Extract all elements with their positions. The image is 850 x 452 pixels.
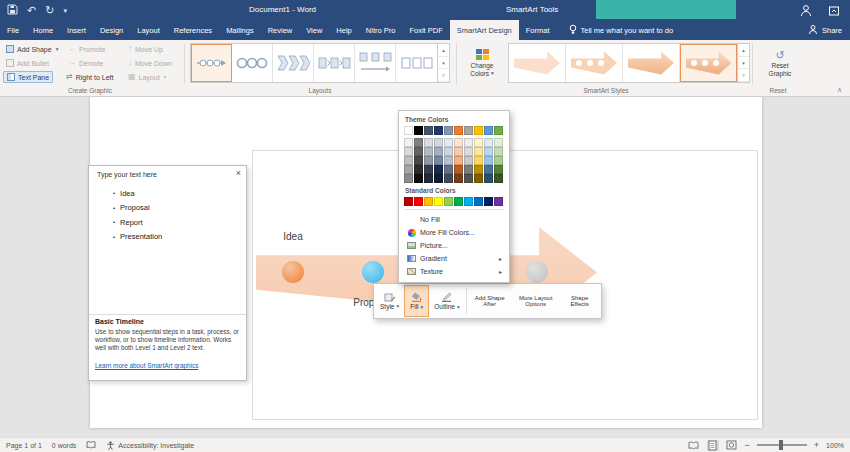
timeline-circle-proposal[interactable] <box>362 261 384 283</box>
gallery-scroll-up-icon[interactable]: ▴ <box>438 44 449 57</box>
learn-more-link[interactable]: Learn more about SmartArt graphics <box>95 362 198 369</box>
text-pane-item[interactable]: Proposal <box>89 201 246 216</box>
shape-effects-button[interactable]: Shape Effects <box>560 285 600 317</box>
add-shape-after-button[interactable]: Add Shape After <box>468 285 512 317</box>
theme-color-swatch[interactable] <box>404 126 413 135</box>
redo-icon[interactable]: ↻ <box>45 5 54 16</box>
standard-color-swatch[interactable] <box>404 197 413 206</box>
theme-color-variant-swatch[interactable] <box>444 165 453 174</box>
layout-thumbnail-arrow-process[interactable] <box>355 44 396 82</box>
gallery-scroll-down-icon[interactable]: ▾ <box>738 57 749 70</box>
close-icon[interactable]: × <box>236 168 241 178</box>
style-thumbnail-white-outline[interactable] <box>566 44 623 82</box>
theme-color-variant-swatch[interactable] <box>454 156 463 165</box>
tab-help[interactable]: Help <box>329 20 358 40</box>
tab-view[interactable]: View <box>299 20 329 40</box>
theme-color-variant-swatch[interactable] <box>474 138 483 147</box>
theme-color-variant-swatch[interactable] <box>404 138 413 147</box>
theme-color-variant-swatch[interactable] <box>444 138 453 147</box>
style-thumbnail-simple-fill[interactable] <box>509 44 566 82</box>
style-thumbnail-moderate-effect[interactable] <box>680 44 737 82</box>
layout-thumbnail-basic-timeline[interactable] <box>191 44 232 82</box>
theme-color-variant-swatch[interactable] <box>494 174 503 183</box>
change-colors-button[interactable]: Change Colors▾ <box>460 43 504 83</box>
save-icon[interactable] <box>7 4 18 17</box>
right-to-left-button[interactable]: ⇄ Right to Left <box>64 72 115 82</box>
theme-color-variant-swatch[interactable] <box>484 174 493 183</box>
theme-color-variant-swatch[interactable] <box>444 174 453 183</box>
standard-color-swatch[interactable] <box>494 197 503 206</box>
theme-color-variant-swatch[interactable] <box>424 174 433 183</box>
tell-me-box[interactable]: Tell me what you want to do <box>569 20 674 40</box>
layout-thumbnail-chevron-process[interactable] <box>273 44 314 82</box>
theme-color-swatch[interactable] <box>414 126 423 135</box>
theme-color-swatch[interactable] <box>424 126 433 135</box>
theme-color-variant-swatch[interactable] <box>454 138 463 147</box>
theme-color-variant-swatch[interactable] <box>494 165 503 174</box>
gallery-more-icon[interactable]: ▿ <box>438 69 449 82</box>
menu-item-picture[interactable]: Picture... <box>404 239 504 252</box>
read-mode-icon[interactable] <box>688 440 700 451</box>
theme-color-variant-swatch[interactable] <box>434 138 443 147</box>
proofing-icon[interactable] <box>86 441 96 449</box>
theme-color-variant-swatch[interactable] <box>424 165 433 174</box>
more-layout-options-button[interactable]: More Layout Options <box>512 285 560 317</box>
theme-color-swatch[interactable] <box>434 126 443 135</box>
standard-color-swatch[interactable] <box>444 197 453 206</box>
tab-format[interactable]: Format <box>519 20 557 40</box>
standard-color-swatch[interactable] <box>464 197 473 206</box>
theme-color-variant-swatch[interactable] <box>484 138 493 147</box>
collapse-ribbon-icon[interactable]: ∧ <box>837 86 842 94</box>
tab-design[interactable]: Design <box>93 20 130 40</box>
text-pane-item[interactable]: Report <box>89 215 246 230</box>
theme-color-variant-swatch[interactable] <box>404 165 413 174</box>
theme-color-variant-swatch[interactable] <box>474 174 483 183</box>
theme-color-variant-swatch[interactable] <box>454 174 463 183</box>
ribbon-display-options-icon[interactable] <box>828 3 840 21</box>
add-shape-button[interactable]: Add Shape ▾ <box>4 44 60 54</box>
theme-color-variant-swatch[interactable] <box>494 156 503 165</box>
theme-color-variant-swatch[interactable] <box>484 156 493 165</box>
theme-color-variant-swatch[interactable] <box>464 147 473 156</box>
theme-color-variant-swatch[interactable] <box>464 138 473 147</box>
layout-thumbnail-circle-process[interactable] <box>232 44 273 82</box>
theme-color-variant-swatch[interactable] <box>414 138 423 147</box>
account-icon[interactable] <box>800 3 812 21</box>
theme-color-variant-swatch[interactable] <box>414 165 423 174</box>
tab-smartart-design[interactable]: SmartArt Design <box>450 20 519 40</box>
theme-color-variant-swatch[interactable] <box>434 147 443 156</box>
theme-color-swatch[interactable] <box>474 126 483 135</box>
standard-color-swatch[interactable] <box>434 197 443 206</box>
tab-foxit-pdf[interactable]: Foxit PDF <box>402 20 449 40</box>
standard-color-swatch[interactable] <box>484 197 493 206</box>
print-layout-icon[interactable] <box>707 440 719 451</box>
theme-color-variant-swatch[interactable] <box>404 147 413 156</box>
theme-color-variant-swatch[interactable] <box>444 147 453 156</box>
theme-color-variant-swatch[interactable] <box>484 165 493 174</box>
tab-insert[interactable]: Insert <box>60 20 93 40</box>
theme-color-variant-swatch[interactable] <box>474 156 483 165</box>
theme-color-swatch[interactable] <box>454 126 463 135</box>
standard-color-swatch[interactable] <box>424 197 433 206</box>
reset-graphic-button[interactable]: ↺ Reset Graphic <box>758 43 802 83</box>
theme-color-variant-swatch[interactable] <box>414 156 423 165</box>
menu-item-gradient[interactable]: Gradient ▸ <box>404 252 504 265</box>
standard-color-swatch[interactable] <box>474 197 483 206</box>
theme-color-variant-swatch[interactable] <box>474 147 483 156</box>
standard-color-swatch[interactable] <box>454 197 463 206</box>
zoom-slider-thumb[interactable] <box>779 440 783 450</box>
tab-home[interactable]: Home <box>26 20 60 40</box>
qat-customize-icon[interactable]: ▾ <box>63 7 67 14</box>
menu-item-more-fill-colors[interactable]: More Fill Colors... <box>404 226 504 239</box>
theme-color-variant-swatch[interactable] <box>434 174 443 183</box>
zoom-level[interactable]: 100% <box>826 442 844 449</box>
tab-mailings[interactable]: Mailings <box>219 20 261 40</box>
theme-color-variant-swatch[interactable] <box>414 147 423 156</box>
theme-color-variant-swatch[interactable] <box>464 174 473 183</box>
theme-color-variant-swatch[interactable] <box>454 147 463 156</box>
theme-color-variant-swatch[interactable] <box>424 138 433 147</box>
menu-item-no-fill[interactable]: No Fill <box>404 213 504 226</box>
web-layout-icon[interactable] <box>726 440 738 451</box>
tell-me-search-panel[interactable] <box>596 0 736 19</box>
theme-color-variant-swatch[interactable] <box>494 147 503 156</box>
